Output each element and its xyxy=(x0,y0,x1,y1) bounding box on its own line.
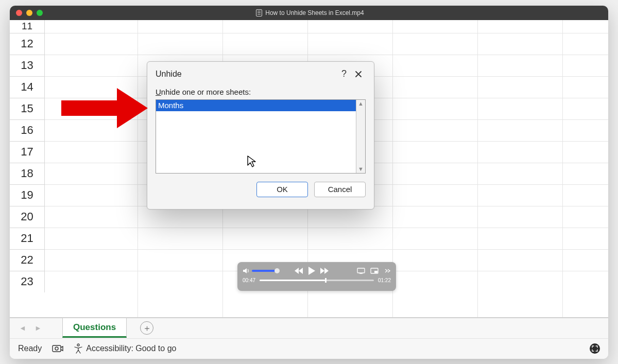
cell-row[interactable] xyxy=(45,33,608,55)
cancel-button[interactable]: Cancel xyxy=(314,182,366,197)
ok-label: OK xyxy=(277,185,288,194)
add-sheet-button[interactable]: ＋ xyxy=(140,321,153,335)
display-icon[interactable] xyxy=(357,268,365,274)
sheet-tab-questions[interactable]: Questions xyxy=(62,318,127,338)
document-icon xyxy=(256,9,262,16)
ok-button[interactable]: OK xyxy=(256,182,308,197)
status-state: Ready xyxy=(18,344,42,353)
forward-button[interactable] xyxy=(320,267,329,274)
status-right xyxy=(590,343,600,354)
row-header[interactable]: 21 xyxy=(10,228,45,249)
cell-row[interactable] xyxy=(45,228,608,249)
titlebar: How to Unhide Sheets in Excel.mp4 xyxy=(10,6,608,20)
sheet-tab-strip: ◄ ► Questions ＋ xyxy=(10,318,608,338)
time-total: 01:22 xyxy=(378,278,391,283)
time-slider[interactable] xyxy=(260,280,374,281)
video-controls: 00:47 01:22 xyxy=(237,262,396,291)
window-zoom-button[interactable] xyxy=(37,10,43,16)
tab-scroll-right[interactable]: ► xyxy=(32,322,44,334)
row-header[interactable]: 23 xyxy=(10,271,45,292)
sheet-tab-label: Questions xyxy=(73,322,116,333)
playback-buttons xyxy=(277,266,347,275)
list-item[interactable]: Months xyxy=(156,100,356,111)
svg-rect-0 xyxy=(53,345,61,352)
volume-control[interactable] xyxy=(243,268,277,274)
window-close-button[interactable] xyxy=(16,10,22,16)
rewind-button[interactable] xyxy=(294,267,303,274)
row-header[interactable]: 22 xyxy=(10,249,45,271)
window-minimize-button[interactable] xyxy=(26,10,32,16)
svg-marker-4 xyxy=(117,88,148,128)
row-header[interactable]: 16 xyxy=(10,119,45,141)
dialog-label-text: nhide one or more sheets: xyxy=(161,88,251,96)
scroll-down-icon[interactable]: ▼ xyxy=(358,166,364,172)
dialog-label: Unhide one or more sheets: xyxy=(156,88,366,96)
accessibility-text: Accessibility: Good to go xyxy=(86,344,176,353)
dialog-buttons: OK Cancel xyxy=(156,182,366,197)
dialog-label-accel: U xyxy=(156,88,161,96)
dialog-header: Unhide ? xyxy=(156,68,366,80)
row-header[interactable]: 14 xyxy=(10,76,45,98)
listbox-scrollbar[interactable]: ▲ ▼ xyxy=(356,100,365,173)
time-current: 00:47 xyxy=(243,278,255,283)
traffic-lights xyxy=(10,10,43,16)
row-header[interactable]: 13 xyxy=(10,55,45,76)
svg-point-1 xyxy=(55,347,58,350)
row-header[interactable]: 12 xyxy=(10,33,45,55)
svg-point-2 xyxy=(77,344,79,346)
dialog-help-button[interactable]: ? xyxy=(337,68,351,80)
unhide-dialog: Unhide ? Unhide one or more sheets: Mont… xyxy=(147,61,374,210)
scroll-up-icon[interactable]: ▲ xyxy=(358,101,364,107)
window-title: How to Unhide Sheets in Excel.mp4 xyxy=(265,9,364,16)
dialog-close-button[interactable] xyxy=(351,68,366,80)
column-gridline xyxy=(562,20,563,317)
column-gridline xyxy=(477,20,478,317)
volume-slider[interactable] xyxy=(252,270,277,272)
row-headers: 11121314151617181920212223 xyxy=(10,20,45,317)
cursor-icon xyxy=(247,155,257,170)
row-header[interactable]: 15 xyxy=(10,98,45,119)
fullscreen-toggle-icon[interactable] xyxy=(590,343,600,354)
column-gridline xyxy=(138,20,138,317)
svg-rect-6 xyxy=(359,273,363,274)
cell-row[interactable] xyxy=(45,20,608,33)
title-center: How to Unhide Sheets in Excel.mp4 xyxy=(43,9,577,16)
cancel-label: Cancel xyxy=(328,185,352,194)
more-icon[interactable] xyxy=(384,268,391,273)
svg-rect-8 xyxy=(374,271,377,273)
tab-scroll-left[interactable]: ◄ xyxy=(17,322,28,334)
status-bar: Ready Accessibility: Good to go xyxy=(10,338,608,359)
row-header[interactable]: 18 xyxy=(10,163,45,184)
row-header[interactable]: 11 xyxy=(10,20,45,33)
dialog-title: Unhide xyxy=(156,70,182,79)
volume-icon xyxy=(243,268,250,274)
sheet-listbox[interactable]: Months ▲ ▼ xyxy=(156,99,366,174)
accessibility-icon xyxy=(74,343,83,354)
row-header[interactable]: 17 xyxy=(10,141,45,163)
accessibility-status[interactable]: Accessibility: Good to go xyxy=(74,343,176,354)
video-player-window: How to Unhide Sheets in Excel.mp4 111213… xyxy=(10,6,608,359)
svg-rect-5 xyxy=(357,268,365,273)
play-button[interactable] xyxy=(307,266,316,275)
annotation-arrow xyxy=(56,83,149,134)
row-header[interactable]: 19 xyxy=(10,184,45,206)
macro-record-icon[interactable] xyxy=(52,344,63,353)
svg-rect-3 xyxy=(61,100,118,116)
row-header[interactable]: 20 xyxy=(10,206,45,228)
pip-icon[interactable] xyxy=(370,268,379,274)
